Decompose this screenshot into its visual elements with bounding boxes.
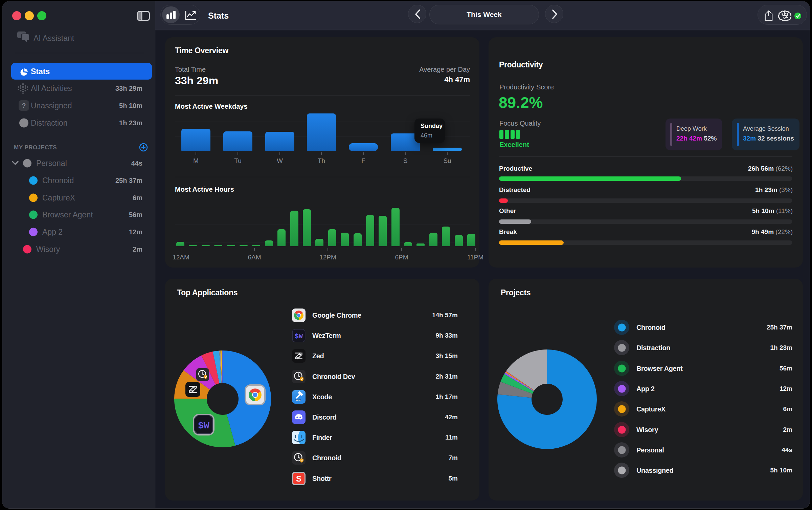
svg-text:$W: $W [295,333,303,340]
svg-text:BETA: BETA [296,399,301,401]
svg-text:$W: $W [198,421,209,431]
svg-text:S: S [296,474,301,483]
